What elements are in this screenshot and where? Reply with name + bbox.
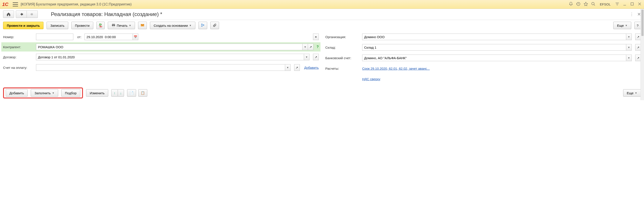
counterparty-input[interactable] <box>36 44 302 50</box>
print-label: Печать <box>117 24 128 27</box>
chevron-down-icon: ▼ <box>129 24 131 27</box>
chevron-down-icon: ▼ <box>628 35 630 38</box>
fill-button[interactable]: Заполнить ▼ <box>31 89 58 97</box>
open-icon: ↗ <box>637 46 640 49</box>
move-down-button[interactable]: ↓ <box>118 89 124 97</box>
org-label: Организация: <box>325 35 360 39</box>
help-button[interactable]: ? <box>634 22 641 29</box>
open-button[interactable]: ↗ <box>635 33 641 40</box>
edit-button[interactable]: Изменить <box>86 89 108 97</box>
app-title: [КОПИЯ] Бухгалтерия предприятия, редакци… <box>21 2 569 6</box>
chevron-down-icon: ▼ <box>306 56 308 58</box>
contract-input[interactable] <box>36 54 304 60</box>
invoice-input[interactable] <box>36 64 285 71</box>
open-icon: ↗ <box>315 55 317 59</box>
open-button[interactable]: ↗ <box>635 55 641 61</box>
chevron-down-icon: ▼ <box>286 66 289 69</box>
chevron-down-icon: ▼ <box>304 46 306 48</box>
create-based-label: Создать на основании <box>154 24 188 27</box>
print-button[interactable]: Печать ▼ <box>108 22 135 29</box>
highlighted-toolbar-group: Добавить Заполнить ▼ Подбор <box>3 87 83 98</box>
vat-link[interactable]: НДС сверху <box>362 77 380 81</box>
dropdown-button[interactable]: ▼ <box>304 54 310 60</box>
post-button[interactable]: Провести <box>71 22 93 29</box>
open-icon: ↗ <box>310 45 312 49</box>
dropdown-button[interactable]: ▼ <box>626 33 632 40</box>
counterparty-label: Контрагент: <box>3 45 34 49</box>
dropdown-button[interactable]: ▼ <box>626 55 632 61</box>
back-button[interactable] <box>16 10 27 18</box>
dropdown-button[interactable]: ▼ <box>302 44 308 50</box>
scroll-thumb[interactable] <box>641 10 644 36</box>
settings-lines-icon[interactable] <box>615 2 620 7</box>
attach-button[interactable] <box>210 22 219 29</box>
paperclip-icon <box>213 23 217 28</box>
mail-button[interactable] <box>138 22 147 29</box>
page-menu-icon[interactable]: ⋮ <box>630 12 634 17</box>
open-icon: ↗ <box>637 56 640 60</box>
contract-row: Договор: ▼ ↗ <box>3 53 319 61</box>
paste-button[interactable]: 📋 <box>138 89 147 97</box>
post-and-close-button[interactable]: Провести и закрыть <box>3 22 44 29</box>
add-row-button[interactable]: Добавить <box>6 89 28 97</box>
minimize-icon[interactable] <box>622 2 627 7</box>
contract-label: Договор: <box>3 55 34 59</box>
home-button[interactable] <box>3 10 14 18</box>
open-icon: ↗ <box>637 35 640 39</box>
maximize-icon[interactable] <box>630 2 634 7</box>
dtkt-button[interactable]: ДтКт <box>96 22 105 29</box>
svg-rect-3 <box>112 24 115 24</box>
structure-icon <box>201 23 205 28</box>
date-input[interactable] <box>84 33 133 40</box>
dropdown-button[interactable]: ▼ <box>285 64 290 71</box>
more-button[interactable]: Еще ▼ <box>613 22 631 29</box>
dropdown-button[interactable]: ▼ <box>626 44 632 51</box>
chevron-down-icon: ▼ <box>625 24 628 27</box>
history-icon[interactable] <box>576 2 580 7</box>
chevron-down-icon: ▼ <box>189 24 192 27</box>
help-icon[interactable]: ? <box>316 45 319 49</box>
envelope-icon <box>140 23 144 28</box>
menu-icon[interactable] <box>13 2 18 6</box>
table-more-button[interactable]: Еще ▼ <box>623 89 641 97</box>
forward-button[interactable] <box>27 10 38 18</box>
number-input[interactable] <box>36 33 73 40</box>
app-logo-icon: 1C <box>2 1 8 7</box>
form-right-column: Организация: ▼ ↗ Склад: ▼ ↗ Банковский с… <box>325 33 641 83</box>
svg-rect-5 <box>112 25 114 26</box>
move-up-button[interactable]: ↑ <box>111 89 118 97</box>
bank-input[interactable] <box>362 55 626 61</box>
close-window-icon[interactable] <box>638 2 642 7</box>
chevron-down-icon: ▼ <box>628 57 630 59</box>
paste-icon: 📋 <box>141 91 145 95</box>
save-button[interactable]: Записать <box>46 22 68 29</box>
open-button[interactable]: ↗ <box>294 64 300 71</box>
arrow-up-icon: ↑ <box>114 91 116 95</box>
calendar-button[interactable]: 📅 <box>132 33 138 40</box>
structure-button[interactable] <box>198 22 207 29</box>
copy-button[interactable]: 📄 <box>127 89 136 97</box>
add-invoice-link[interactable]: Добавить <box>304 66 319 69</box>
open-button[interactable]: ↗ <box>308 44 314 50</box>
open-icon: ↗ <box>296 66 298 69</box>
table-toolbar: Добавить Заполнить ▼ Подбор Изменить ↑ ↓… <box>0 86 644 100</box>
bell-icon[interactable] <box>569 2 573 7</box>
open-button[interactable]: ↗ <box>313 54 319 60</box>
list-mode-button[interactable]: ≡ <box>313 33 319 40</box>
calc-row: Расчеты: Срок 29.10.2020, 62.01, 62.02, … <box>325 65 641 72</box>
list-icon: ≡ <box>315 35 317 39</box>
bank-row: Банковский счет: ▼ ↗ <box>325 54 641 62</box>
pick-button[interactable]: Подбор <box>61 89 80 97</box>
warehouse-input[interactable] <box>362 44 626 51</box>
star-icon[interactable] <box>584 2 588 7</box>
chevron-down-icon: ▼ <box>635 92 637 94</box>
invoice-row: Счет на оплату: ▼ ↗ Добавить <box>3 64 319 71</box>
copy-icon: 📄 <box>130 91 134 95</box>
open-button[interactable]: ↗ <box>635 44 641 51</box>
svg-rect-8 <box>201 25 202 26</box>
org-input[interactable] <box>362 33 626 40</box>
calc-link[interactable]: Срок 29.10.2020, 62.01, 62.02, зачет ава… <box>362 67 430 70</box>
search-icon[interactable] <box>591 2 596 7</box>
create-based-button[interactable]: Создать на основании ▼ <box>150 22 195 29</box>
scrollbar[interactable] <box>640 9 644 100</box>
